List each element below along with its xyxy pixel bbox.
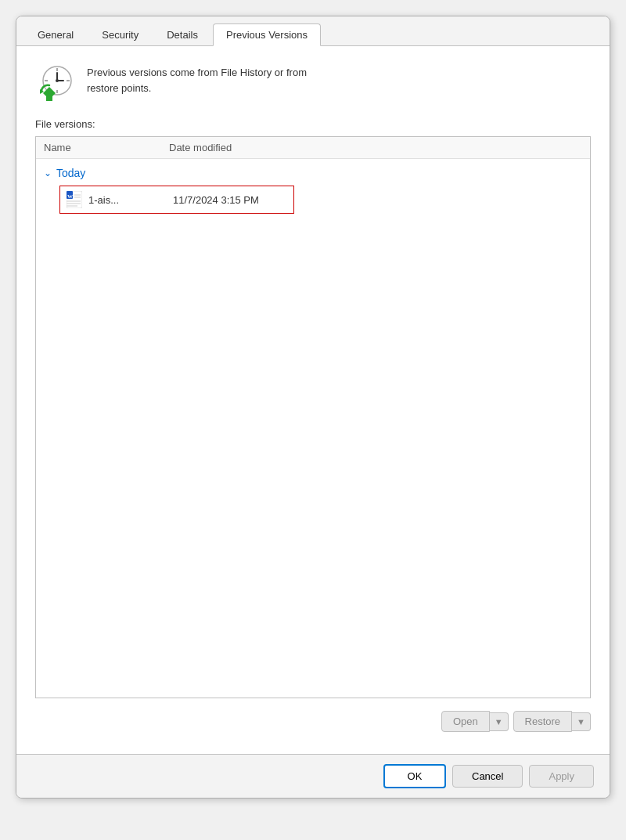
tab-details[interactable]: Details bbox=[153, 23, 211, 46]
file-versions-table: Name Date modified ⌄ Today W bbox=[35, 136, 591, 698]
properties-dialog: General Security Details Previous Versio… bbox=[16, 16, 610, 799]
file-version-name: 1-ais... bbox=[88, 194, 167, 206]
file-version-date: 11/7/2024 3:15 PM bbox=[173, 194, 259, 206]
header-section: Previous versions come from File History… bbox=[35, 62, 591, 103]
table-header-row: Name Date modified bbox=[36, 137, 590, 159]
clock-history-icon bbox=[35, 62, 76, 103]
column-name-header: Name bbox=[44, 142, 169, 153]
apply-button[interactable]: Apply bbox=[529, 765, 594, 788]
table-body: ⌄ Today W bbox=[36, 159, 590, 698]
tab-previous-versions[interactable]: Previous Versions bbox=[213, 23, 321, 46]
tab-content-previous-versions: Previous versions come from File History… bbox=[16, 46, 610, 754]
open-split-button: Open ▼ bbox=[441, 711, 509, 732]
svg-text:W: W bbox=[67, 193, 73, 200]
version-action-buttons: Open ▼ Restore ▼ bbox=[35, 711, 591, 732]
dialog-footer: OK Cancel Apply bbox=[16, 754, 610, 798]
ok-button[interactable]: OK bbox=[383, 764, 446, 788]
restore-split-button: Restore ▼ bbox=[513, 711, 591, 732]
restore-button[interactable]: Restore bbox=[513, 711, 573, 732]
svg-point-7 bbox=[56, 79, 59, 82]
open-dropdown-arrow[interactable]: ▼ bbox=[490, 712, 509, 731]
group-header-today: ⌄ Today bbox=[44, 164, 582, 182]
header-description: Previous versions come from File History… bbox=[87, 62, 307, 96]
chevron-down-icon: ⌄ bbox=[44, 168, 52, 178]
tab-general[interactable]: General bbox=[24, 23, 87, 46]
column-date-header: Date modified bbox=[169, 142, 582, 153]
tab-bar: General Security Details Previous Versio… bbox=[16, 16, 610, 46]
tab-security[interactable]: Security bbox=[88, 23, 152, 46]
restore-dropdown-arrow[interactable]: ▼ bbox=[572, 712, 591, 731]
file-versions-label: File versions: bbox=[35, 118, 591, 130]
word-doc-icon: W bbox=[67, 191, 82, 208]
cancel-button[interactable]: Cancel bbox=[452, 765, 523, 788]
open-button[interactable]: Open bbox=[441, 711, 490, 732]
file-version-row[interactable]: W 1-ais... 11/7/2024 3:15 PM bbox=[59, 186, 294, 214]
